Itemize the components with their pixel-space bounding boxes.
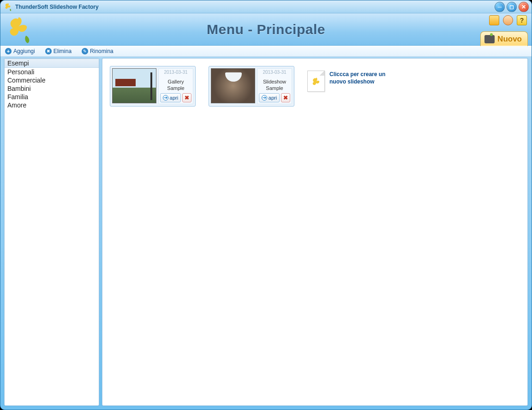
body: Esempi Personali Commerciale Bambini Fam… (0, 57, 532, 410)
window-controls: ─ ◻ ✕ (495, 2, 529, 12)
card-meta: 2013-03-31 Slideshow Sample ➔ apri ✖ (257, 68, 292, 104)
create-slideshow-label: Cliccca per creare un nuovo slideshow (329, 71, 389, 85)
sidebar-item-amore[interactable]: Amore (5, 101, 99, 109)
delete-label: Elimina (54, 48, 72, 54)
app-logo-icon (3, 2, 12, 12)
create-slideshow-button[interactable]: Cliccca per creare un nuovo slideshow (307, 66, 389, 92)
open-button[interactable]: ➔ apri (160, 93, 181, 102)
new-button-label: Nuovo (497, 35, 522, 44)
thumbnail-icon (112, 68, 156, 103)
app-logo-large-icon (3, 14, 34, 46)
open-folder-icon[interactable] (489, 15, 499, 25)
help-icon[interactable] (517, 15, 527, 25)
arrow-right-icon: ➔ (163, 95, 168, 101)
sidebar-item-bambini[interactable]: Bambini (5, 84, 99, 93)
delete-button[interactable]: Elimina (43, 48, 73, 55)
header: Menu - Principale Nuovo (0, 13, 532, 46)
sidebar-item-personali[interactable]: Personali (5, 68, 99, 76)
sidebar-item-esempi[interactable]: Esempi (5, 59, 99, 68)
delete-card-button[interactable]: ✖ (182, 93, 191, 102)
toolbar: Aggiungi Elimina Rinomina (0, 46, 532, 57)
maximize-button[interactable]: ◻ (507, 2, 517, 12)
sidebar-item-commerciale[interactable]: Commerciale (5, 76, 99, 84)
add-label: Aggiungi (13, 48, 35, 54)
flower-icon (310, 77, 322, 90)
sidebar: Esempi Personali Commerciale Bambini Fam… (4, 58, 99, 406)
slideshow-card[interactable]: 2013-03-31 Slideshow Sample ➔ apri ✖ (209, 66, 294, 107)
arrow-right-icon: ➔ (262, 95, 267, 101)
rename-label: Rinomina (90, 48, 114, 54)
rename-button[interactable]: Rinomina (80, 48, 115, 55)
camera-icon (484, 35, 495, 43)
titlebar: ThunderSoft Slideshow Factory ─ ◻ ✕ (0, 0, 532, 13)
card-title: Slideshow Sample (257, 78, 292, 92)
sidebar-item-familia[interactable]: Familia (5, 93, 99, 101)
thumbnail-icon (211, 68, 255, 103)
user-icon[interactable] (503, 15, 513, 25)
delete-card-button[interactable]: ✖ (281, 93, 290, 102)
delete-icon (45, 48, 52, 54)
rename-icon (82, 48, 88, 54)
app-window: ThunderSoft Slideshow Factory ─ ◻ ✕ Menu… (0, 0, 532, 410)
card-actions: ➔ apri ✖ (257, 92, 292, 104)
minimize-button[interactable]: ─ (495, 2, 505, 12)
card-meta: 2013-03-31 Gallery Sample ➔ apri ✖ (158, 68, 193, 104)
card-date: 2013-03-31 (164, 70, 187, 75)
main-panel: 2013-03-31 Gallery Sample ➔ apri ✖ 2013-… (102, 58, 528, 406)
open-label: apri (170, 95, 178, 101)
card-date: 2013-03-31 (263, 70, 286, 75)
close-button[interactable]: ✕ (519, 2, 529, 12)
new-button[interactable]: Nuovo (480, 31, 528, 46)
page-title: Menu - Principale (207, 22, 325, 37)
open-button[interactable]: ➔ apri (259, 93, 280, 102)
document-icon (307, 71, 325, 92)
card-actions: ➔ apri ✖ (159, 92, 193, 104)
open-label: apri (269, 95, 277, 101)
plus-icon (5, 48, 12, 54)
card-title: Gallery Sample (159, 78, 193, 92)
slideshow-card[interactable]: 2013-03-31 Gallery Sample ➔ apri ✖ (110, 66, 196, 107)
header-actions (489, 15, 527, 25)
app-title: ThunderSoft Slideshow Factory (15, 4, 99, 10)
add-button[interactable]: Aggiungi (3, 48, 37, 55)
